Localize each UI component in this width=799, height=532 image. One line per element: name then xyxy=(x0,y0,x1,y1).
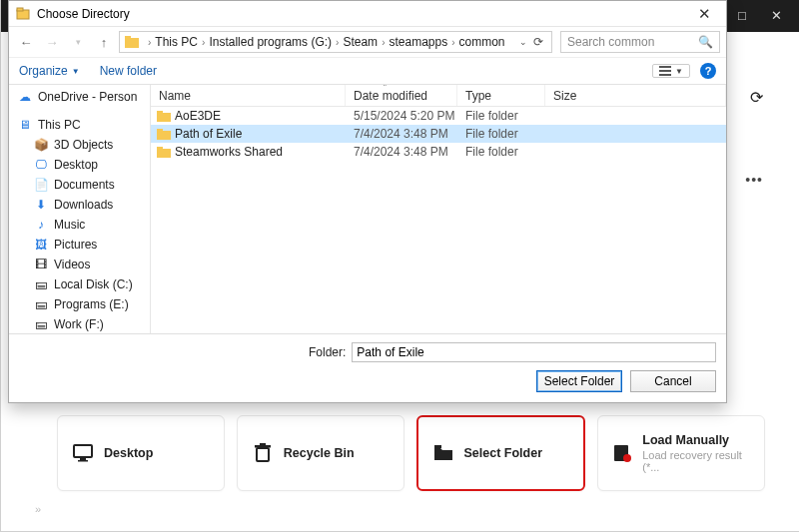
svg-rect-11 xyxy=(125,38,139,48)
file-row[interactable]: AoE3DE 5/15/2024 5:20 PM File folder xyxy=(151,107,726,125)
organize-menu[interactable]: Organize ▼ xyxy=(19,64,80,78)
nav-tree: ☁OneDrive - Person 🖥This PC 📦3D Objects … xyxy=(9,85,151,333)
breadcrumb-dropdown-icon[interactable]: ⌄ xyxy=(519,37,527,47)
music-icon: ♪ xyxy=(33,218,49,232)
col-size[interactable]: Size xyxy=(545,85,726,106)
tree-videos[interactable]: 🎞Videos xyxy=(9,255,150,274)
svg-rect-0 xyxy=(74,445,92,457)
documents-icon: 📄 xyxy=(33,178,49,192)
tree-disk-f[interactable]: 🖴Work (F:) xyxy=(9,314,150,333)
folder-icon xyxy=(157,110,171,122)
tree-this-pc[interactable]: 🖥This PC xyxy=(9,115,150,135)
col-name[interactable]: Name xyxy=(151,85,346,106)
more-icon[interactable]: ••• xyxy=(745,172,763,188)
tree-disk-c[interactable]: 🖴Local Disk (C:) xyxy=(9,274,150,294)
maximize-button[interactable]: □ xyxy=(725,0,759,32)
downloads-icon: ⬇ xyxy=(33,198,49,212)
breadcrumb-seg-0[interactable]: This PC xyxy=(155,35,198,49)
dialog-title: Choose Directory xyxy=(37,7,130,21)
file-row[interactable]: Path of Exile 7/4/2024 3:48 PM File fold… xyxy=(151,125,726,143)
col-type[interactable]: Type xyxy=(457,85,545,106)
refresh-icon[interactable]: ⟳ xyxy=(750,88,763,107)
dialog-titlebar: Choose Directory ✕ xyxy=(9,1,726,27)
svg-rect-5 xyxy=(260,443,266,445)
breadcrumb-seg-2[interactable]: Steam xyxy=(343,35,378,49)
tree-downloads[interactable]: ⬇Downloads xyxy=(9,195,150,215)
card-recycle-label: Recycle Bin xyxy=(284,446,355,460)
chevron-right-icon: › xyxy=(144,37,155,48)
svg-rect-16 xyxy=(157,113,171,122)
dialog-nav: ← → ▾ ↑ › This PC › Installed programs (… xyxy=(9,27,726,57)
cancel-button[interactable]: Cancel xyxy=(630,370,716,392)
tree-desktop[interactable]: 🖵Desktop xyxy=(9,155,150,175)
card-select-folder[interactable]: Select Folder xyxy=(416,415,586,491)
breadcrumb-refresh-icon[interactable]: ⟳ xyxy=(533,35,543,49)
tree-3d-objects[interactable]: 📦3D Objects xyxy=(9,135,150,155)
svg-rect-14 xyxy=(659,70,671,72)
tree-documents[interactable]: 📄Documents xyxy=(9,175,150,195)
search-placeholder: Search common xyxy=(567,35,654,49)
card-desktop[interactable]: Desktop xyxy=(57,415,225,491)
folder-input[interactable] xyxy=(352,342,716,362)
svg-rect-4 xyxy=(255,445,271,448)
card-select-folder-label: Select Folder xyxy=(464,446,543,460)
card-recycle-bin[interactable]: Recycle Bin xyxy=(237,415,404,491)
tree-disk-e[interactable]: 🖴Programs (E:) xyxy=(9,294,150,314)
nav-back-button[interactable]: ← xyxy=(15,35,37,50)
nav-recent-dropdown[interactable]: ▾ xyxy=(67,37,89,47)
breadcrumb-seg-3[interactable]: steamapps xyxy=(389,35,447,49)
videos-icon: 🎞 xyxy=(33,258,49,271)
svg-rect-15 xyxy=(659,74,671,76)
desktop-icon xyxy=(72,442,94,464)
search-input[interactable]: Search common 🔍 xyxy=(560,31,720,53)
card-load-label: Load Manually xyxy=(642,433,750,447)
chevrons-icon[interactable]: » xyxy=(35,503,41,515)
cloud-icon: ☁ xyxy=(17,90,33,104)
svg-rect-13 xyxy=(659,66,671,68)
help-icon[interactable]: ? xyxy=(700,63,716,79)
breadcrumb[interactable]: › This PC › Installed programs (G:) › St… xyxy=(119,31,552,53)
svg-rect-1 xyxy=(80,458,86,460)
svg-rect-12 xyxy=(125,36,131,39)
quick-access-row: Desktop Recycle Bin Select Folder xyxy=(57,415,765,491)
chevron-right-icon: › xyxy=(447,37,458,48)
list-icon xyxy=(659,66,671,76)
svg-rect-2 xyxy=(78,460,88,462)
tree-pictures[interactable]: 🖼Pictures xyxy=(9,235,150,255)
svg-point-8 xyxy=(623,454,631,462)
nav-forward-button[interactable]: → xyxy=(41,35,63,50)
svg-rect-17 xyxy=(157,111,163,114)
choose-directory-dialog: Choose Directory ✕ ← → ▾ ↑ › This PC › I… xyxy=(8,0,727,403)
dialog-close-button[interactable]: ✕ xyxy=(686,5,722,23)
col-date[interactable]: Date modified xyxy=(346,85,457,106)
svg-rect-3 xyxy=(257,448,269,461)
svg-rect-18 xyxy=(157,131,171,140)
desktop-icon: 🖵 xyxy=(33,158,49,172)
new-folder-button[interactable]: New folder xyxy=(100,64,157,78)
close-button[interactable]: ✕ xyxy=(759,0,793,32)
dialog-main: ☁OneDrive - Person 🖥This PC 📦3D Objects … xyxy=(9,85,726,333)
tree-music[interactable]: ♪Music xyxy=(9,215,150,235)
svg-rect-19 xyxy=(157,129,163,132)
view-options-button[interactable]: ▼ xyxy=(652,64,690,78)
svg-rect-6 xyxy=(434,445,441,448)
load-icon xyxy=(612,442,632,464)
dialog-icon xyxy=(15,6,31,22)
dialog-toolbar: Organize ▼ New folder ▼ ? xyxy=(9,57,726,85)
tree-onedrive[interactable]: ☁OneDrive - Person xyxy=(9,87,150,107)
chevron-right-icon: › xyxy=(378,37,389,48)
folder-plus-icon xyxy=(432,442,454,464)
breadcrumb-seg-1[interactable]: Installed programs (G:) xyxy=(209,35,332,49)
file-list-header: Name ˄ Date modified Type Size xyxy=(151,85,726,107)
chevron-down-icon: ▼ xyxy=(72,67,80,76)
chevron-right-icon: › xyxy=(198,37,209,48)
svg-rect-10 xyxy=(17,8,23,11)
breadcrumb-seg-4[interactable]: common xyxy=(459,35,505,49)
card-load-manually[interactable]: Load Manually Load recovery result (*... xyxy=(597,415,765,491)
nav-up-button[interactable]: ↑ xyxy=(93,35,115,50)
file-row[interactable]: Steamworks Shared 7/4/2024 3:48 PM File … xyxy=(151,143,726,161)
select-folder-button[interactable]: Select Folder xyxy=(536,370,622,392)
svg-rect-20 xyxy=(157,149,171,158)
folder-label: Folder: xyxy=(309,345,346,359)
breadcrumb-folder-icon xyxy=(124,34,140,50)
